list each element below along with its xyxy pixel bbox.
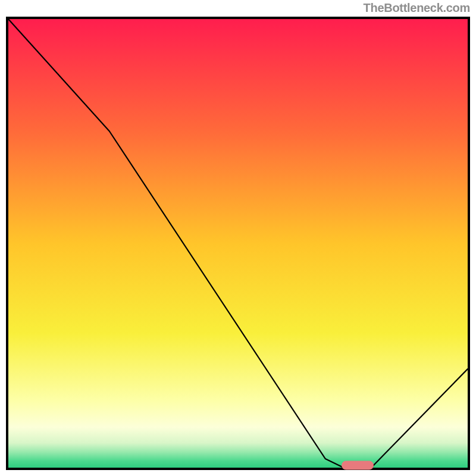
chart-frame (6, 17, 470, 470)
svg-rect-0 (8, 19, 468, 468)
optimal-marker (342, 461, 374, 470)
chart-area (8, 19, 468, 468)
chart-background-gradient (8, 19, 468, 468)
watermark-label: TheBottleneck.com (364, 1, 470, 15)
